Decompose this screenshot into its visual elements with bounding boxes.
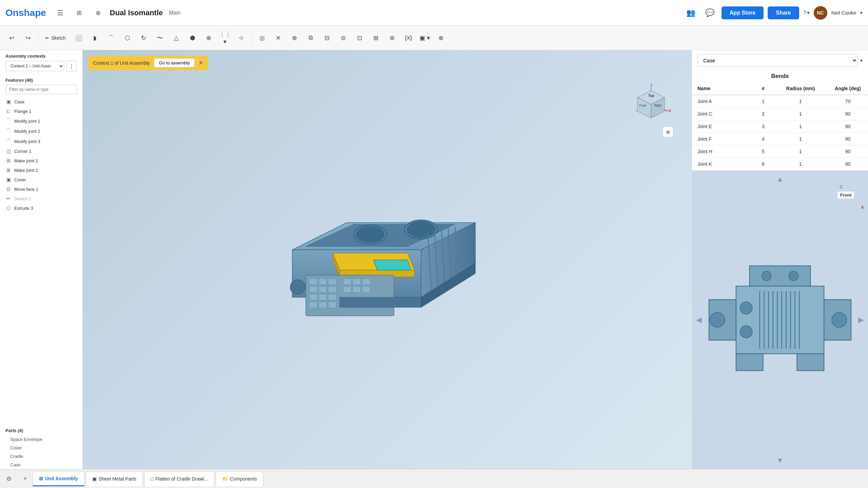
svg-text:X: X: [669, 109, 671, 113]
user-avatar[interactable]: NC: [814, 6, 827, 20]
mirror-tool[interactable]: ⊟: [320, 30, 335, 45]
tab-icon: ⊞: [39, 476, 43, 481]
feature-item[interactable]: ⊞Make joint 2: [0, 165, 82, 175]
display-tool-dropdown[interactable]: ▣ ▾: [417, 30, 432, 45]
model-svg: [279, 196, 496, 338]
pattern-tool-dropdown[interactable]: ⋮⋮ ▾: [218, 30, 233, 45]
feature-item[interactable]: ◫Corner 1: [0, 146, 82, 156]
feature-item[interactable]: ▣Case: [0, 97, 82, 106]
feature-item[interactable]: ⊞Make joint 1: [0, 156, 82, 165]
parts-header: Parts (4): [0, 425, 82, 435]
bend-angle: 90: [828, 133, 868, 145]
render-tool[interactable]: ⊛: [385, 30, 400, 45]
revolve-tool[interactable]: ↻: [136, 30, 151, 45]
feature-tree-button[interactable]: ⊞: [72, 5, 87, 20]
close-banner-button[interactable]: ✕: [199, 60, 203, 66]
section-view-tool[interactable]: ⊘: [336, 30, 351, 45]
view-cube[interactable]: Z X Top Right Front: [631, 84, 671, 125]
context-menu-button[interactable]: ⋮: [66, 61, 77, 72]
filter-input[interactable]: [5, 85, 77, 94]
transform-tool[interactable]: ⊹: [234, 30, 249, 45]
appstore-button[interactable]: App Store: [722, 6, 764, 19]
sketch-button[interactable]: ✏ Sketch: [41, 30, 70, 45]
case-dropdown[interactable]: Case: [697, 54, 857, 67]
part-item[interactable]: Cradle: [0, 452, 82, 461]
extrude-tool[interactable]: ⬡: [120, 30, 135, 45]
mini-rotate-left-button[interactable]: ◀: [696, 316, 702, 324]
viewport[interactable]: Context 1 of Unit Assembly Go to assembl…: [83, 50, 692, 469]
svg-point-59: [740, 302, 752, 314]
feature-icon: ⌒: [5, 128, 12, 134]
mini-view-label: Front: [837, 191, 854, 199]
move-tool[interactable]: ⊕: [287, 30, 302, 45]
mini-viewport[interactable]: Z X Front ▲ ▼ ◀ ▶: [692, 171, 868, 469]
help-button[interactable]: ? ▾: [803, 9, 810, 16]
hamburger-menu-button[interactable]: ☰: [53, 5, 68, 20]
measure-tool[interactable]: ⊡: [352, 30, 367, 45]
tab-icon: □: [151, 476, 153, 482]
bends-table-row[interactable]: Joint A1170: [692, 95, 868, 108]
bends-table-row[interactable]: Joint F4190: [692, 133, 868, 145]
document-title: Dual Isomantle: [110, 8, 163, 17]
add-tab-button[interactable]: +: [19, 473, 31, 485]
view-settings-button[interactable]: ⊞: [663, 126, 673, 137]
copy-tool[interactable]: ⧉: [303, 30, 318, 45]
plane-tool[interactable]: ⬜: [71, 30, 86, 45]
svg-text:Front: Front: [639, 104, 647, 107]
arc-tool[interactable]: ◗: [87, 30, 102, 45]
onshape-logo[interactable]: Onshape: [5, 7, 46, 18]
bends-table-row[interactable]: Joint C2190: [692, 108, 868, 120]
bottom-tab[interactable]: ▣Sheet Metal Parts: [86, 471, 143, 486]
toolbar-separator-2: [252, 32, 252, 44]
plus-tool[interactable]: ⊕: [434, 30, 449, 45]
sweep-tool[interactable]: 〜: [153, 30, 167, 45]
mate-connector-tool[interactable]: ◎: [255, 30, 270, 45]
bottom-tab[interactable]: 📁Components: [216, 471, 263, 486]
part-item[interactable]: Cover: [0, 444, 82, 452]
redo-button[interactable]: ↪: [20, 30, 35, 45]
svg-rect-58: [797, 354, 824, 371]
fillet-tool[interactable]: ⌒: [104, 30, 119, 45]
feature-name: Make joint 1: [14, 158, 38, 163]
part-item[interactable]: Case: [0, 461, 82, 469]
bends-table-row[interactable]: Joint K6190: [692, 158, 868, 170]
boolean-tool[interactable]: ⊕: [201, 30, 216, 45]
mini-rotate-right-button[interactable]: ▶: [858, 316, 864, 324]
go-to-assembly-button[interactable]: Go to assembly: [154, 58, 195, 67]
bends-table-row[interactable]: Joint E3190: [692, 120, 868, 133]
tab-settings-button[interactable]: ⚙: [3, 473, 15, 485]
properties-tool[interactable]: ⊞: [369, 30, 383, 45]
bend-radius: 1: [773, 95, 828, 108]
mini-rotate-up-button[interactable]: ▲: [776, 175, 784, 184]
collaboration-button[interactable]: 👥: [684, 5, 698, 20]
user-name[interactable]: Neil Cooke: [831, 10, 856, 16]
shell-tool[interactable]: ⬢: [185, 30, 200, 45]
svg-rect-27: [328, 294, 336, 300]
left-panel: Assembly contexts Context 1 – Unit Asser…: [0, 50, 83, 469]
feature-item[interactable]: ⌒Modify joint 1: [0, 116, 82, 126]
feature-item[interactable]: ⌒Modify joint 3: [0, 136, 82, 146]
svg-point-60: [740, 326, 752, 338]
context-dropdown[interactable]: Context 1 – Unit Asser: [5, 61, 64, 71]
bends-table-row[interactable]: Joint H5190: [692, 145, 868, 158]
tab-label: Flatten of Cradle Drawi...: [155, 476, 208, 482]
part-item[interactable]: Space Envelope: [0, 435, 82, 444]
feature-item[interactable]: ⊏Flange 1: [0, 106, 82, 116]
variable-tool[interactable]: {x}: [401, 30, 416, 45]
mini-rotate-down-button[interactable]: ▼: [776, 456, 784, 465]
loft-tool[interactable]: △: [169, 30, 184, 45]
comment-button[interactable]: 💬: [703, 5, 717, 20]
svg-point-6: [356, 226, 384, 243]
feature-item[interactable]: ▣Cover: [0, 175, 82, 184]
share-button[interactable]: Share: [768, 6, 799, 19]
feature-item[interactable]: ⌒Modify joint 2: [0, 126, 82, 136]
feature-item[interactable]: ⊡Move face 1: [0, 184, 82, 194]
bend-angle: 90: [828, 120, 868, 133]
delete-tool[interactable]: ✕: [271, 30, 286, 45]
feature-item[interactable]: ⬡Extrude 3: [0, 203, 82, 213]
bottom-tab[interactable]: □Flatten of Cradle Drawi...: [144, 471, 214, 486]
feature-item[interactable]: ✏Sketch 1: [0, 194, 82, 203]
bottom-tab[interactable]: ⊞Unit Assembly: [33, 471, 84, 486]
undo-button[interactable]: ↩: [4, 30, 19, 45]
add-feature-button[interactable]: ⊕: [91, 5, 106, 20]
